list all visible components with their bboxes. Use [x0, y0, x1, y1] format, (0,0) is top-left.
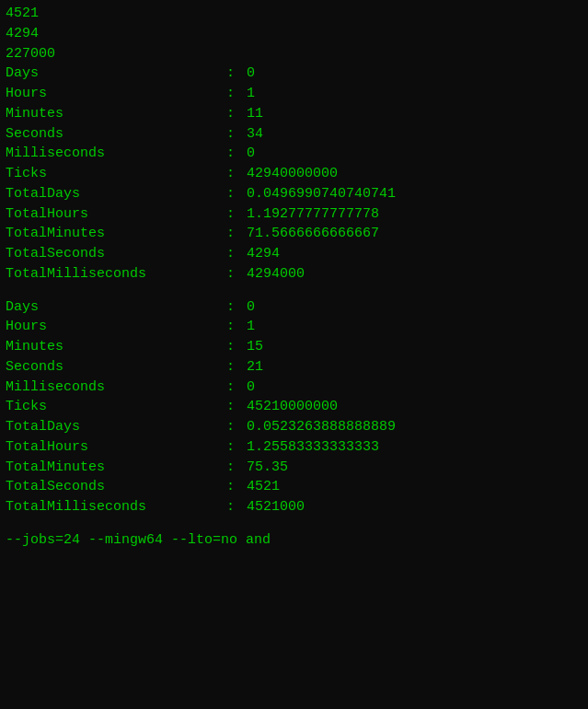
row-value: 0 — [247, 144, 255, 164]
row-colon: : — [226, 84, 243, 104]
row-value: 4294 — [247, 244, 280, 264]
row-colon: : — [226, 144, 243, 164]
data-row: Seconds: 21 — [6, 357, 582, 378]
plain-line-3: 227000 — [6, 44, 582, 64]
row-label: TotalMinutes — [6, 224, 226, 244]
row-value: 75.35 — [247, 458, 288, 478]
row-colon: : — [226, 124, 243, 145]
row-colon: : — [226, 458, 243, 478]
row-value: 15 — [247, 337, 263, 357]
data-row: TotalHours: 1.19277777777778 — [6, 204, 582, 225]
row-colon: : — [226, 104, 243, 124]
data-row: TotalDays: 0.0496990740740741 — [6, 184, 582, 204]
row-value: 0.0496990740740741 — [247, 184, 396, 204]
row-value: 1.19277777777778 — [247, 204, 379, 225]
row-colon: : — [226, 244, 243, 264]
data-row: TotalMinutes: 75.35 — [6, 458, 582, 478]
row-colon: : — [226, 417, 243, 437]
row-value: 4521 — [247, 477, 280, 497]
row-label: TotalDays — [6, 184, 226, 204]
data-row: TotalSeconds: 4521 — [6, 477, 582, 497]
row-value: 1.25583333333333 — [247, 437, 379, 458]
row-colon: : — [226, 64, 243, 84]
row-label: Minutes — [6, 337, 226, 357]
row-label: Seconds — [6, 124, 226, 145]
row-label: Hours — [6, 317, 226, 337]
data-row: Minutes: 15 — [6, 337, 582, 357]
row-value: 1 — [247, 317, 255, 337]
row-value: 0 — [247, 64, 255, 84]
row-colon: : — [226, 397, 243, 417]
data-row: TotalSeconds: 4294 — [6, 244, 582, 264]
plain-line-2: 4294 — [6, 24, 582, 44]
data-row: Days: 0 — [6, 297, 582, 318]
row-colon: : — [226, 184, 243, 204]
row-colon: : — [226, 264, 243, 285]
row-value: 1 — [247, 84, 255, 104]
row-value: 34 — [247, 124, 263, 145]
data-row: Minutes: 11 — [6, 104, 582, 124]
row-label: Minutes — [6, 104, 226, 124]
row-colon: : — [226, 337, 243, 357]
data-row: TotalDays: 0.0523263888888889 — [6, 417, 582, 437]
footer-line: --jobs=24 --mingw64 --lto=no and — [6, 530, 582, 551]
row-colon: : — [226, 204, 243, 225]
row-label: Milliseconds — [6, 144, 226, 164]
row-label: TotalSeconds — [6, 244, 226, 264]
data-row: Ticks: 45210000000 — [6, 397, 582, 417]
data-row: Hours: 1 — [6, 317, 582, 337]
row-label: TotalDays — [6, 417, 226, 437]
row-value: 42940000000 — [247, 164, 338, 184]
row-colon: : — [226, 357, 243, 378]
row-colon: : — [226, 477, 243, 497]
row-colon: : — [226, 378, 243, 398]
row-label: TotalMinutes — [6, 458, 226, 478]
row-colon: : — [226, 297, 243, 318]
row-value: 0 — [247, 378, 255, 398]
row-value: 45210000000 — [247, 397, 338, 417]
row-label: Hours — [6, 84, 226, 104]
row-value: 4294000 — [247, 264, 305, 285]
data-row: Milliseconds: 0 — [6, 378, 582, 398]
row-colon: : — [226, 224, 243, 244]
row-label: Seconds — [6, 357, 226, 378]
data-row: Milliseconds: 0 — [6, 144, 582, 164]
row-colon: : — [226, 437, 243, 458]
row-value: 21 — [247, 357, 263, 378]
data-row: TotalHours: 1.25583333333333 — [6, 437, 582, 458]
data-row: Days: 0 — [6, 64, 582, 84]
row-label: TotalMilliseconds — [6, 497, 226, 517]
plain-line-1: 4521 — [6, 4, 582, 24]
data-row: Hours: 1 — [6, 84, 582, 104]
row-colon: : — [226, 497, 243, 517]
data-row: TotalMilliseconds: 4294000 — [6, 264, 582, 285]
data-row: Ticks: 42940000000 — [6, 164, 582, 184]
row-label: Days — [6, 297, 226, 318]
row-label: Ticks — [6, 164, 226, 184]
row-colon: : — [226, 164, 243, 184]
data-row: TotalMinutes: 71.5666666666667 — [6, 224, 582, 244]
row-label: TotalHours — [6, 204, 226, 225]
row-value: 0.0523263888888889 — [247, 417, 396, 437]
row-label: Ticks — [6, 397, 226, 417]
row-label: TotalSeconds — [6, 477, 226, 497]
row-value: 71.5666666666667 — [247, 224, 379, 244]
row-value: 11 — [247, 104, 263, 124]
data-row: TotalMilliseconds: 4521000 — [6, 497, 582, 517]
row-value: 4521000 — [247, 497, 305, 517]
row-label: Milliseconds — [6, 378, 226, 398]
row-value: 0 — [247, 297, 255, 318]
row-label: TotalMilliseconds — [6, 264, 226, 285]
row-label: Days — [6, 64, 226, 84]
row-label: TotalHours — [6, 437, 226, 458]
data-row: Seconds: 34 — [6, 124, 582, 145]
row-colon: : — [226, 317, 243, 337]
